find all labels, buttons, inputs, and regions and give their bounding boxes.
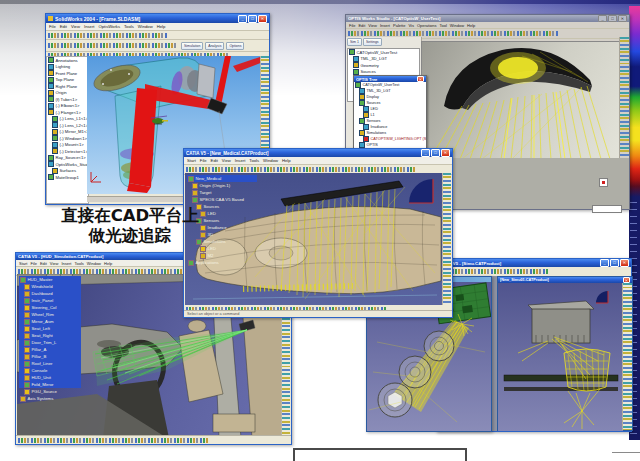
toolbar-icons[interactable] [48, 33, 168, 38]
menu-item[interactable]: File [200, 158, 207, 163]
menu-item[interactable]: Start [19, 261, 27, 266]
tree-item[interactable]: Sources [187, 203, 257, 210]
hud-tree[interactable]: HUD_MasterWindshieldDashboardInstr_Panel… [19, 276, 81, 402]
menu-item[interactable]: Tools [249, 158, 259, 163]
panel-tab[interactable]: Settings [363, 38, 382, 46]
tree-item[interactable]: Ray_Source<1> [47, 155, 88, 162]
menu-item[interactable]: Help [104, 261, 112, 266]
tree-item[interactable]: Origin (Origin.1) [187, 182, 257, 189]
tree-item[interactable]: Pillar_A [19, 346, 81, 353]
menu-item[interactable]: Window [450, 23, 464, 28]
menu-item[interactable]: View [368, 23, 377, 28]
tree-item[interactable]: Fold_Mirror [19, 381, 81, 388]
tree-item[interactable]: Instr_Panel [19, 297, 81, 304]
menu-item[interactable]: Start [187, 158, 196, 163]
tree-item[interactable]: Irradiance [187, 224, 257, 231]
menu-item[interactable]: Help [157, 24, 166, 29]
maximize-icon[interactable]: □ [610, 259, 619, 267]
tree-item[interactable]: Applications [187, 259, 257, 266]
menu-item[interactable]: Help [467, 23, 475, 28]
menu-item[interactable]: Tool [440, 23, 447, 28]
menu-item[interactable]: Tools [124, 24, 134, 29]
menu-item[interactable]: Edit [60, 24, 67, 29]
toolbar-icons[interactable] [186, 167, 416, 172]
tree-item[interactable]: Axis Systems [19, 395, 81, 402]
tree-item[interactable]: Target [187, 189, 257, 196]
panel-tab[interactable]: Sim 1 [347, 38, 362, 46]
menu-item[interactable]: Window [263, 158, 278, 163]
tree-item[interactable]: Steering_Col [19, 304, 81, 311]
maximize-icon[interactable]: □ [431, 149, 440, 157]
menu-item[interactable]: Insert [235, 158, 245, 163]
solidworks-toolbar-1[interactable] [46, 31, 269, 40]
tree-item[interactable]: (-) Lens_L1<1> [47, 116, 88, 123]
tree-item[interactable]: Sensors [187, 217, 257, 224]
toolbar-icons[interactable] [348, 31, 558, 36]
menu-item[interactable]: Insert [84, 24, 94, 29]
menu-item[interactable]: Vis [408, 23, 413, 28]
tree-item[interactable]: Seat_Right [19, 332, 81, 339]
menu-item[interactable]: View [50, 261, 59, 266]
menu-item[interactable]: View [222, 158, 231, 163]
compass-icon[interactable] [596, 291, 608, 303]
tree-item[interactable]: (-) Mount<1> [47, 142, 88, 149]
right-toolbar-column[interactable] [442, 173, 451, 305]
solidworks-toolbar-2[interactable]: SimulationAnalysisOptions [46, 40, 269, 52]
tree-item[interactable]: Console [19, 367, 81, 374]
maximize-icon[interactable]: □ [248, 15, 257, 23]
menu-item[interactable]: Insert [61, 261, 71, 266]
tree-item[interactable]: OptisWorks_Study [47, 161, 88, 168]
tree-item[interactable]: New_Medical [187, 175, 257, 182]
tree-item[interactable]: (-) Window<1> [47, 135, 88, 142]
close-icon[interactable]: ✕ [258, 15, 267, 23]
minimize-icon[interactable]: _ [598, 15, 607, 22]
menu-item[interactable]: View [71, 24, 80, 29]
toolbar-button[interactable]: Simulation [181, 42, 203, 50]
sim-child-viewport[interactable] [498, 283, 623, 431]
menu-item[interactable]: Window [87, 261, 101, 266]
tree-item[interactable]: (-) Mirror_M1<1> [47, 129, 88, 136]
tree-item[interactable]: Simulations [187, 238, 257, 245]
menu-item[interactable]: Help [282, 158, 291, 163]
tree-item[interactable]: SPEOS CAA V5 Based [187, 196, 257, 203]
tree-item[interactable]: Dashboard [19, 290, 81, 297]
tree-item[interactable]: HUD_Unit [19, 374, 81, 381]
solidworks-feature-tree[interactable]: AnnotationsLightingFront PlaneTop PlaneR… [46, 56, 89, 204]
child-right-toolbar[interactable] [622, 283, 632, 430]
tree-item[interactable]: Wheel_Rim [19, 311, 81, 318]
catia-main-titlebar[interactable]: CATIA V5 - [New_Medical.CATProduct] _ □ … [184, 149, 452, 157]
tree-item[interactable]: Pillar_B [19, 353, 81, 360]
toolbar-button[interactable]: Options [226, 42, 244, 50]
menu-item[interactable]: OptisWorks [98, 24, 120, 29]
toolbar-icons[interactable] [439, 269, 549, 274]
menu-item[interactable]: Edit [211, 158, 218, 163]
menu-item[interactable]: Palette [393, 23, 405, 28]
stop-indicator[interactable] [599, 178, 608, 187]
tree-item[interactable]: Mirror_Asm [19, 318, 81, 325]
optis-titlebar[interactable]: OPTIS Works Studio - [CATOptisW_UserTest… [346, 15, 629, 22]
catia-main-viewport[interactable]: New_MedicalOrigin (Origin.1)TargetSPEOS … [185, 173, 443, 305]
menu-item[interactable]: Edit [358, 23, 365, 28]
tree-item[interactable]: (-) Detector<1> [47, 148, 88, 155]
tree-item[interactable]: MateGroup1 [47, 174, 88, 181]
close-icon[interactable]: ✕ [441, 149, 450, 157]
value-input[interactable] [592, 205, 622, 213]
compass-icon[interactable] [409, 179, 433, 203]
tree-item[interactable]: 3D [187, 231, 257, 238]
tree-item[interactable]: LED [187, 210, 257, 217]
menu-item[interactable]: Window [138, 24, 153, 29]
tree-item[interactable]: M2 [187, 252, 257, 259]
palette-tree[interactable]: CATOptisW_UserTestTML_3D_LGTDisplaySourc… [354, 82, 426, 154]
tree-item[interactable]: HUD_Master [19, 276, 81, 283]
menu-item[interactable]: Edit [40, 261, 47, 266]
viewport-scrollbar[interactable] [619, 37, 629, 158]
tree-item[interactable]: Roof_Liner [19, 360, 81, 367]
sim-titlebar[interactable]: CATIA V5 - [Simu.CATProduct] _ □ ✕ [437, 259, 631, 267]
toolbar-icons[interactable] [18, 438, 208, 443]
tree-item[interactable]: (-) Lens_L2<1> [47, 122, 88, 129]
minimize-icon[interactable]: _ [238, 15, 247, 23]
optis-floating-palette[interactable]: OPTIS Tree ✕ CATOptisW_UserTestTML_3D_LG… [353, 75, 427, 157]
menu-item[interactable]: File [349, 23, 355, 28]
close-icon[interactable]: ✕ [620, 259, 629, 267]
toolbar-button[interactable]: Analysis [205, 42, 224, 50]
